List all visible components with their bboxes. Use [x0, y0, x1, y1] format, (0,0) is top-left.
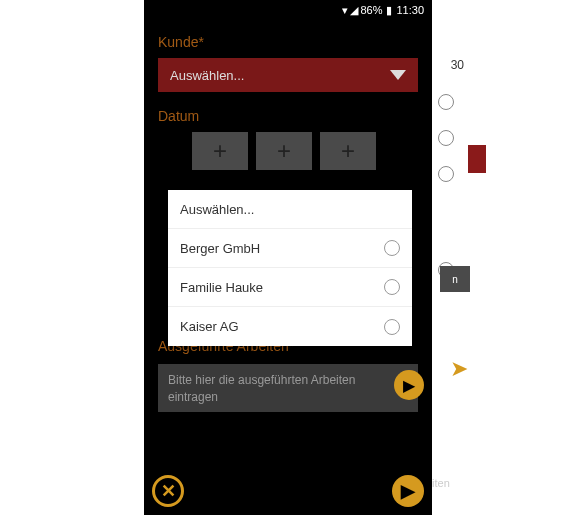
radio-icon [384, 279, 400, 295]
datum-plus-1[interactable]: + [192, 132, 248, 170]
bg-radio-2 [438, 130, 454, 146]
dropdown-item-berger[interactable]: Berger GmbH [168, 229, 412, 268]
arrow-right-icon: ▶ [401, 480, 415, 502]
battery-pct: 86% [360, 4, 382, 16]
dropdown-item-hauke[interactable]: Familie Hauke [168, 268, 412, 307]
wifi-icon: ▾ [342, 4, 346, 17]
dropdown-item-label: Familie Hauke [180, 280, 263, 295]
datum-plus-3[interactable]: + [320, 132, 376, 170]
dropdown-item-label: Kaiser AG [180, 319, 239, 334]
kunde-label: Kunde* [158, 34, 418, 50]
arbeiten-placeholder: Bitte hier die ausgeführten Arbeiten ein… [168, 373, 355, 404]
kunde-select-value: Auswählen... [170, 68, 244, 83]
arbeiten-textarea[interactable]: Bitte hier die ausgeführten Arbeiten ein… [158, 364, 418, 412]
bg-radio-3 [438, 166, 454, 182]
phone-screen: ▾ ◢ 86% ▮ 11:30 Kunde* Auswählen... Datu… [144, 0, 432, 515]
kunde-select[interactable]: Auswählen... [158, 58, 418, 92]
bg-radio-1 [438, 94, 454, 110]
radio-icon [384, 319, 400, 335]
chevron-down-icon [390, 70, 406, 80]
close-icon: ✕ [161, 480, 176, 502]
battery-icon: ▮ [386, 4, 392, 17]
next-arrow-button[interactable]: ▶ [394, 370, 424, 400]
kunde-dropdown: Auswählen... Berger GmbH Familie Hauke K… [168, 190, 412, 346]
datum-plus-2[interactable]: + [256, 132, 312, 170]
dropdown-item-label: Berger GmbH [180, 241, 260, 256]
dropdown-item-label: Auswählen... [180, 202, 254, 217]
bg-arrow-icon: ➤ [450, 356, 468, 382]
datum-label: Datum [158, 108, 418, 124]
bg-button: n [440, 266, 470, 292]
arrow-right-icon: ▶ [403, 376, 415, 395]
cancel-button[interactable]: ✕ [152, 475, 184, 507]
bg-red-strip [468, 145, 486, 173]
bottom-bar: ✕ ▶ [144, 467, 432, 515]
radio-icon [384, 240, 400, 256]
dropdown-item-kaiser[interactable]: Kaiser AG [168, 307, 412, 346]
status-time: 11:30 [396, 4, 424, 16]
dropdown-item-placeholder[interactable]: Auswählen... [168, 190, 412, 229]
forward-button[interactable]: ▶ [392, 475, 424, 507]
datum-plus-row: + + + [158, 132, 418, 170]
signal-icon: ◢ [350, 4, 356, 17]
status-bar: ▾ ◢ 86% ▮ 11:30 [144, 0, 432, 20]
